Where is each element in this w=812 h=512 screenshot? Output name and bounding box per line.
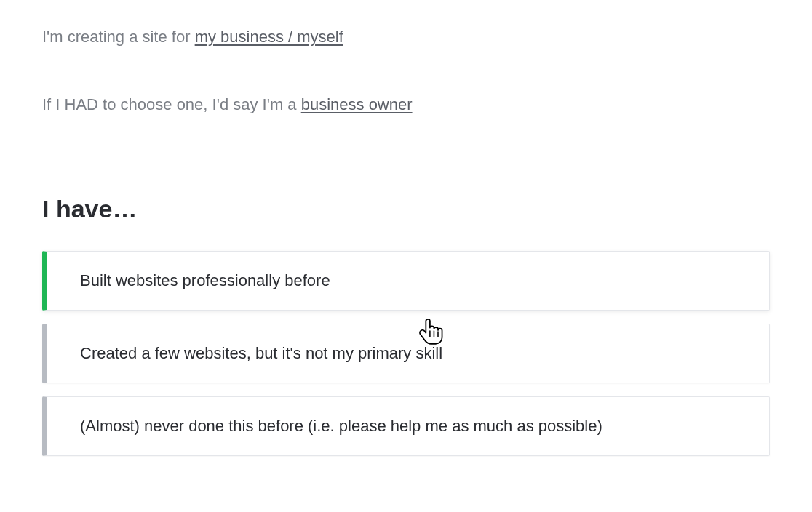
option-label: Built websites professionally before	[80, 271, 330, 289]
question-heading: I have…	[42, 195, 770, 223]
options-list: Built websites professionally before Cre…	[42, 251, 770, 456]
previous-answer-2-link[interactable]: business owner	[301, 95, 413, 113]
option-label: Created a few websites, but it's not my …	[80, 344, 442, 362]
previous-answer-1-link[interactable]: my business / myself	[195, 28, 343, 46]
option-label: (Almost) never done this before (i.e. pl…	[80, 417, 602, 435]
option-created-few[interactable]: Created a few websites, but it's not my …	[42, 324, 770, 383]
previous-answer-1-prefix: I'm creating a site for	[42, 28, 195, 46]
previous-answer-2-prefix: If I HAD to choose one, I'd say I'm a	[42, 95, 301, 113]
previous-answer-2: If I HAD to choose one, I'd say I'm a bu…	[42, 94, 770, 116]
previous-answer-1: I'm creating a site for my business / my…	[42, 26, 770, 49]
option-built-professionally[interactable]: Built websites professionally before	[42, 251, 770, 311]
option-never-done[interactable]: (Almost) never done this before (i.e. pl…	[42, 396, 770, 456]
